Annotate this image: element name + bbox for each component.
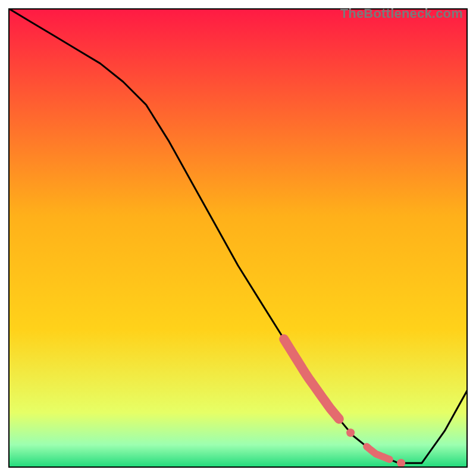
watermark-text: TheBottleneck.com [340,6,463,21]
highlight-dot-3 [397,459,405,467]
chart-frame: TheBottleneck.com [8,8,468,468]
highlight-dot-1 [346,428,355,437]
bottleneck-chart [8,8,468,468]
gradient-background [8,8,468,468]
